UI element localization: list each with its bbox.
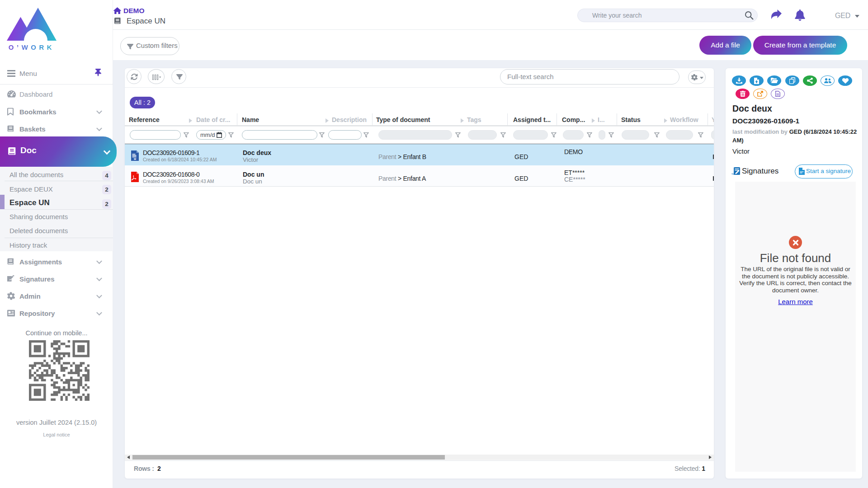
svg-text:w: w — [133, 157, 137, 160]
